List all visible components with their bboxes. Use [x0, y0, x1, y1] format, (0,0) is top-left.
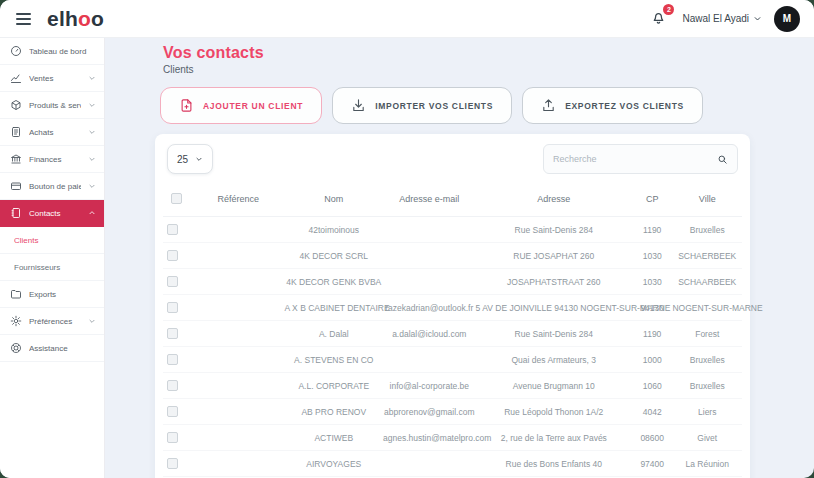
- top-bar-right: 2 Nawal El Ayadi M: [650, 6, 800, 32]
- table-row[interactable]: 4K DECOR GENK BVBA JOSAPHATSTRAAT 260 10…: [163, 269, 742, 295]
- column-header-adresse[interactable]: Adresse: [476, 185, 632, 217]
- sidebar-subitem-label: Fournisseurs: [14, 263, 96, 272]
- page-size-select[interactable]: 25: [167, 144, 213, 174]
- row-checkbox[interactable]: [167, 380, 178, 391]
- row-checkbox[interactable]: [167, 406, 178, 417]
- sidebar-item-ventes[interactable]: Ventes: [0, 65, 104, 92]
- cell-cp: 4042: [632, 399, 673, 425]
- cell-ville: SCHAERBEEK: [672, 243, 742, 269]
- sidebar-item-exports[interactable]: Exports: [0, 281, 104, 308]
- table-row[interactable]: A X B CABINET DENTAIRE razekadrian@outlo…: [163, 295, 742, 321]
- sidebar-item-label: Finances: [29, 155, 81, 164]
- search-input[interactable]: [553, 154, 717, 164]
- chevron-down-icon: [88, 317, 96, 325]
- cell-nom: A.L. CORPORATE: [285, 373, 383, 399]
- cell-adresse: 2, rue de la Terre aux Pavés: [476, 425, 632, 451]
- column-header-email[interactable]: Adresse e-mail: [383, 185, 476, 217]
- sidebar-item-label: Bouton de paiement: [29, 182, 81, 191]
- chart-icon: [10, 72, 22, 84]
- chevron-down-icon: [88, 182, 96, 190]
- sidebar-item-produits-services[interactable]: Produits & services: [0, 92, 104, 119]
- row-checkbox-cell: [163, 295, 192, 321]
- sidebar-item-tableau-de-bord[interactable]: Tableau de bord: [0, 38, 104, 65]
- cell-nom: A X B CABINET DENTAIRE: [285, 295, 383, 321]
- row-checkbox[interactable]: [167, 224, 178, 235]
- table-row[interactable]: ACTIWEB agnes.hustin@matelpro.com 2, rue…: [163, 425, 742, 451]
- sidebar-item-finances[interactable]: Finances: [0, 146, 104, 173]
- cell-adresse: JOSAPHATSTRAAT 260: [476, 269, 632, 295]
- export-clients-label: EXPORTEZ VOS CLIENTS: [565, 101, 684, 111]
- user-menu[interactable]: Nawal El Ayadi: [682, 13, 762, 24]
- column-header-cp[interactable]: CP: [632, 185, 673, 217]
- row-checkbox[interactable]: [167, 250, 178, 261]
- cell-nom: 42toimoinous: [285, 217, 383, 243]
- download-icon: [351, 98, 366, 113]
- column-header-reference[interactable]: Référence: [192, 185, 285, 217]
- row-checkbox[interactable]: [167, 432, 178, 443]
- cell-cp: 1190: [632, 217, 673, 243]
- sidebar-item-preferences[interactable]: Préférences: [0, 308, 104, 335]
- sidebar-item-achats[interactable]: Achats: [0, 119, 104, 146]
- table-row[interactable]: 4K DECOR SCRL RUE JOSAPHAT 260 1030 SCHA…: [163, 243, 742, 269]
- table-controls: 25: [163, 144, 742, 174]
- document-icon: [10, 126, 22, 138]
- cell-reference: [192, 425, 285, 451]
- avatar[interactable]: M: [774, 6, 800, 32]
- notifications-bell-icon[interactable]: 2: [650, 9, 670, 29]
- cell-email: agnes.hustin@matelpro.com: [383, 425, 476, 451]
- chevron-down-icon: [195, 155, 203, 163]
- row-checkbox[interactable]: [167, 276, 178, 287]
- search-box: [543, 144, 738, 174]
- table-row[interactable]: A. STEVENS EN CO Quai des Armateurs, 3 1…: [163, 347, 742, 373]
- table-row[interactable]: AIRVOYAGES Rue des Bons Enfants 40 97400…: [163, 451, 742, 477]
- row-checkbox[interactable]: [167, 302, 178, 313]
- cell-reference: [192, 217, 285, 243]
- column-header-ville[interactable]: Ville: [672, 185, 742, 217]
- row-checkbox-cell: [163, 425, 192, 451]
- sidebar-item-contacts[interactable]: Contacts: [0, 200, 104, 227]
- table-row[interactable]: 42toimoinous Rue Saint-Denis 284 1190 Br…: [163, 217, 742, 243]
- select-all-checkbox[interactable]: [171, 193, 182, 204]
- notification-badge: 2: [663, 4, 674, 15]
- clients-table-card: 25 Référence: [155, 134, 750, 478]
- file-plus-icon: [179, 98, 194, 113]
- main-content: Vos contacts Clients AJOUTER UN CLIENT I…: [105, 38, 814, 478]
- dashboard-icon: [10, 45, 22, 57]
- table-body: 42toimoinous Rue Saint-Denis 284 1190 Br…: [163, 217, 742, 478]
- cell-reference: [192, 269, 285, 295]
- cell-cp: 1030: [632, 243, 673, 269]
- chevron-down-icon: [88, 155, 96, 163]
- table-row[interactable]: AB PRO RENOV abprorenov@gmail.com Rue Lé…: [163, 399, 742, 425]
- box-icon: [10, 99, 22, 111]
- sidebar-item-label: Produits & services: [29, 101, 81, 110]
- sidebar-item-label: Assistance: [29, 344, 96, 353]
- logo-o-red: o: [78, 7, 91, 30]
- row-checkbox[interactable]: [167, 328, 178, 339]
- cell-ville: Givet: [672, 425, 742, 451]
- row-checkbox[interactable]: [167, 458, 178, 469]
- app-window: elhoo 2 Nawal El Ayadi M Tableau de bord: [0, 0, 814, 478]
- cell-reference: [192, 347, 285, 373]
- export-clients-button[interactable]: EXPORTEZ VOS CLIENTS: [522, 87, 703, 124]
- sidebar-item-bouton-de-paiement[interactable]: Bouton de paiement: [0, 173, 104, 200]
- sidebar-subitem-fournisseurs[interactable]: Fournisseurs: [0, 254, 104, 281]
- import-clients-button[interactable]: IMPORTER VOS CLIENTS: [332, 87, 512, 124]
- sidebar-subitem-clients[interactable]: Clients: [0, 227, 104, 254]
- cell-ville: Liers: [672, 399, 742, 425]
- add-client-button[interactable]: AJOUTER UN CLIENT: [160, 87, 322, 124]
- table-row[interactable]: A. Dalal a.dalal@icloud.com Rue Saint-De…: [163, 321, 742, 347]
- table-row[interactable]: A.L. CORPORATE info@al-corporate.be Aven…: [163, 373, 742, 399]
- cell-cp: 08600: [632, 425, 673, 451]
- cell-ville: Bruxelles: [672, 373, 742, 399]
- sidebar-item-assistance[interactable]: Assistance: [0, 335, 104, 362]
- chevron-down-icon: [88, 128, 96, 136]
- logo[interactable]: elhoo: [47, 8, 104, 29]
- page-title: Vos contacts: [163, 44, 814, 62]
- column-header-nom[interactable]: Nom: [285, 185, 383, 217]
- row-checkbox[interactable]: [167, 354, 178, 365]
- cell-cp: 1030: [632, 269, 673, 295]
- search-icon[interactable]: [717, 154, 728, 165]
- cell-ville: NOGENT-SUR-MARNE: [672, 295, 742, 321]
- menu-toggle-icon[interactable]: [12, 9, 35, 29]
- cell-reference: [192, 321, 285, 347]
